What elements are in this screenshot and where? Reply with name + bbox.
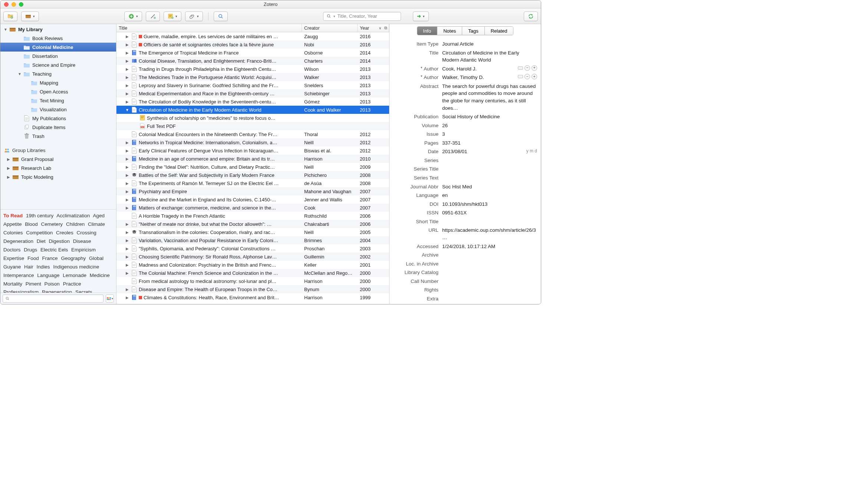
item-row[interactable]: ▶The Emergence of Tropical Medicine in F… bbox=[116, 49, 389, 57]
disclosure-triangle[interactable]: ▶ bbox=[125, 100, 130, 104]
item-row[interactable]: Synthesis of scholarship on "medicines" … bbox=[116, 114, 389, 122]
tag[interactable]: Appetite bbox=[3, 221, 22, 227]
tag[interactable]: Competition bbox=[26, 230, 53, 235]
info-value[interactable]: 2013/08/01y m d bbox=[442, 148, 537, 155]
item-row[interactable]: ▶The Colonial Machine: French Science an… bbox=[116, 269, 389, 277]
tag[interactable]: Lemonade bbox=[63, 273, 86, 278]
disclosure-triangle[interactable]: ▶ bbox=[125, 149, 130, 153]
tag[interactable]: Crossing bbox=[76, 230, 96, 235]
info-field[interactable]: Volume26 bbox=[393, 121, 537, 130]
disclosure-triangle[interactable]: ▶ bbox=[125, 263, 130, 267]
item-tab-related[interactable]: Related bbox=[485, 27, 513, 35]
tag[interactable]: Indies bbox=[37, 264, 50, 270]
swap-names-button[interactable] bbox=[518, 75, 523, 78]
disclosure-triangle[interactable]: ▶ bbox=[125, 255, 130, 259]
info-field[interactable]: ISSN0951-631X bbox=[393, 208, 537, 217]
tag[interactable]: Drugs bbox=[24, 247, 37, 253]
item-row[interactable]: ▶Finding the "Ideal Diet": Nutrition, Cu… bbox=[116, 163, 389, 171]
item-row[interactable]: ▶Climates & Constitutions: Health, Race,… bbox=[116, 293, 389, 301]
magic-wand-button[interactable] bbox=[146, 11, 160, 21]
item-row[interactable]: ▶Colonial Disease, Translation, and Enli… bbox=[116, 57, 389, 65]
item-row[interactable]: ▼Circulation of Medicine in the Early Mo… bbox=[116, 106, 389, 114]
column-picker-button[interactable]: ⧉ bbox=[384, 26, 387, 30]
info-field[interactable]: Languageen bbox=[393, 191, 537, 200]
collection-node[interactable]: Trash bbox=[0, 132, 116, 141]
collection-node[interactable]: Visualization bbox=[0, 105, 116, 114]
tag[interactable]: Children bbox=[66, 221, 85, 227]
add-author-button[interactable]: + bbox=[532, 74, 537, 79]
swap-names-button[interactable] bbox=[518, 66, 523, 70]
item-row[interactable]: ▶Early Clinical Features of Dengue Virus… bbox=[116, 146, 389, 155]
item-row[interactable]: ▶Leprosy and Slavery in Suriname: Godfri… bbox=[116, 81, 389, 89]
info-field[interactable]: Issue3 bbox=[393, 130, 537, 139]
tag[interactable]: Colonies bbox=[3, 230, 23, 235]
disclosure-triangle[interactable]: ▶ bbox=[125, 165, 130, 169]
info-value[interactable] bbox=[442, 174, 537, 182]
minimize-window-button[interactable] bbox=[11, 2, 16, 7]
item-row[interactable]: ▶Madness and Colonization: Psychiatry in… bbox=[116, 261, 389, 269]
disclosure-triangle[interactable]: ▶ bbox=[125, 92, 130, 96]
tag[interactable]: Blood bbox=[25, 221, 38, 227]
tag[interactable]: Diet bbox=[37, 238, 46, 244]
collection-node[interactable]: Dissertation bbox=[0, 52, 116, 60]
disclosure-triangle[interactable]: ▶ bbox=[125, 271, 130, 275]
item-row[interactable]: ▶"Neither of meate nor drinke, but what … bbox=[116, 220, 389, 228]
tag[interactable]: Intemperance bbox=[3, 273, 34, 278]
info-value[interactable] bbox=[442, 286, 537, 294]
collection-node[interactable]: Mapping bbox=[0, 78, 116, 87]
item-row[interactable]: ▶Matters of exchange: commerce, medicine… bbox=[116, 204, 389, 212]
collection-node[interactable]: Science and Empire bbox=[0, 60, 116, 69]
info-value[interactable] bbox=[442, 157, 537, 164]
collections-tree[interactable]: ▼ My Library Book ReviewsColonial Medici… bbox=[0, 24, 116, 209]
collection-node[interactable]: Colonial Medicine bbox=[0, 43, 116, 52]
tag[interactable]: Medicine bbox=[90, 273, 110, 278]
disclosure-triangle[interactable]: ▶ bbox=[125, 141, 130, 145]
disclosure-triangle[interactable]: ▶ bbox=[125, 67, 130, 71]
disclosure-triangle[interactable]: ▶ bbox=[125, 296, 130, 300]
info-field[interactable]: TitleCirculation of Medicine in the Earl… bbox=[393, 49, 537, 65]
disclosure-triangle[interactable]: ▼ bbox=[125, 108, 130, 112]
tag[interactable]: Cemetery bbox=[41, 221, 63, 227]
zoom-window-button[interactable] bbox=[19, 2, 23, 7]
item-row[interactable]: ▶Battles of the Self: War and Subjectivi… bbox=[116, 171, 389, 179]
close-window-button[interactable] bbox=[4, 2, 9, 7]
item-row[interactable]: ▶The Medicines Trade in the Portuguese A… bbox=[116, 73, 389, 81]
info-value[interactable] bbox=[442, 295, 537, 303]
item-row[interactable]: A Horrible Tragedy in the French Atlanti… bbox=[116, 212, 389, 220]
tag[interactable]: Regeneration bbox=[42, 289, 72, 293]
info-field[interactable]: AbstractThe search for powerful drugs ha… bbox=[393, 82, 537, 112]
info-field[interactable]: Extra bbox=[393, 294, 537, 303]
info-field[interactable]: Archive bbox=[393, 251, 537, 260]
tag[interactable]: Mortality bbox=[3, 281, 22, 287]
info-field[interactable]: Call Number bbox=[393, 277, 537, 286]
info-value[interactable]: 0951-631X bbox=[442, 209, 537, 217]
info-value[interactable]: 26 bbox=[442, 122, 537, 129]
info-field[interactable]: Rights bbox=[393, 286, 537, 294]
disclosure-triangle[interactable]: ▶ bbox=[125, 247, 130, 251]
info-value[interactable] bbox=[442, 165, 537, 173]
info-field[interactable]: Item TypeJournal Article bbox=[393, 40, 537, 49]
info-value[interactable]: Social History of Medicine bbox=[442, 113, 537, 121]
info-field[interactable]: Journal AbbrSoc Hist Med bbox=[393, 182, 537, 191]
item-row[interactable]: ▶Medicine and the Market in England and … bbox=[116, 195, 389, 204]
tag-selector[interactable]: To Read 19th century Acclimatization Age… bbox=[0, 209, 116, 293]
tag[interactable]: Expertise bbox=[3, 255, 24, 261]
info-value[interactable]: 1/24/2018, 10:17:12 AM bbox=[442, 304, 537, 304]
tag[interactable]: Professionalism bbox=[3, 289, 39, 293]
info-value[interactable]: en bbox=[442, 192, 537, 199]
new-collection-button[interactable] bbox=[3, 11, 17, 21]
column-header-year[interactable]: Year ∨ ⧉ bbox=[358, 24, 389, 32]
tag[interactable]: Electric Eels bbox=[40, 247, 68, 253]
info-field[interactable]: Date2013/08/01y m d bbox=[393, 147, 537, 156]
collection-node[interactable]: Open Access bbox=[0, 87, 116, 96]
tag[interactable]: 19th century bbox=[26, 213, 53, 218]
disclosure-triangle[interactable]: ▶ bbox=[125, 75, 130, 79]
collection-node[interactable]: Text Mining bbox=[0, 96, 116, 105]
info-field[interactable]: Series Text bbox=[393, 174, 537, 182]
item-row[interactable]: ▶Psychiatry and EmpireMahone and Vaughan… bbox=[116, 187, 389, 195]
info-value[interactable] bbox=[442, 269, 537, 276]
group-library-node[interactable]: ▶Research Lab bbox=[0, 164, 116, 172]
group-library-node[interactable]: ▶Grant Proposal bbox=[0, 155, 116, 164]
tag[interactable]: Doctors bbox=[3, 247, 21, 253]
info-field[interactable]: Pages337-351 bbox=[393, 139, 537, 148]
